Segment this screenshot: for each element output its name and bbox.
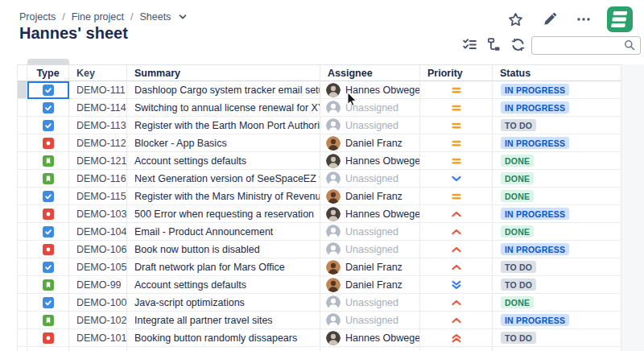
priority-cell[interactable]	[420, 188, 493, 205]
column-header-summary[interactable]: Summary	[127, 64, 320, 81]
summary-cell[interactable]: Booking button randomly dissapears	[127, 329, 320, 347]
priority-cell[interactable]	[420, 294, 493, 312]
summary-cell[interactable]: Next Generation version of SeeSpaceEZ tr…	[127, 170, 320, 188]
assignee-cell[interactable]: Unassigned	[320, 241, 420, 258]
status-cell[interactable]: DONE	[493, 223, 621, 241]
assignee-cell[interactable]: Unassigned	[320, 294, 420, 312]
type-cell[interactable]	[27, 205, 69, 223]
column-header-assignee[interactable]: Assignee	[320, 64, 420, 81]
row-gutter-cell[interactable]	[17, 152, 27, 170]
summary-cell[interactable]: Register with the Mars Ministry of Reven…	[127, 188, 320, 205]
status-cell[interactable]: TO DO	[493, 117, 621, 134]
assignee-cell[interactable]: Daniel Franz	[320, 276, 420, 294]
status-cell[interactable]: IN PROGRESS	[493, 99, 621, 117]
key-cell[interactable]: DEMO-100	[69, 294, 127, 312]
status-cell[interactable]: TO DO	[493, 276, 621, 294]
key-cell[interactable]: DEMO-113	[69, 117, 127, 134]
column-header-priority[interactable]: Priority	[420, 64, 493, 81]
status-cell[interactable]: DONE	[493, 188, 621, 205]
summary-cell[interactable]: Book now button is disabled	[127, 241, 320, 258]
priority-cell[interactable]	[420, 152, 493, 170]
key-cell[interactable]: DEMO-101	[69, 329, 127, 347]
star-icon[interactable]	[508, 12, 523, 27]
status-cell[interactable]: IN PROGRESS	[493, 312, 621, 329]
priority-cell[interactable]	[420, 99, 493, 117]
type-cell[interactable]	[27, 258, 69, 276]
row-gutter-cell[interactable]	[17, 134, 27, 152]
key-cell[interactable]: DEMO-99	[69, 276, 127, 294]
priority-cell[interactable]	[420, 117, 493, 134]
status-cell[interactable]: IN PROGRESS	[493, 205, 621, 223]
column-header-type[interactable]: Type	[27, 64, 69, 81]
assignee-cell[interactable]: Hannes Obweger	[320, 205, 420, 223]
row-gutter-cell[interactable]	[17, 276, 27, 294]
status-cell[interactable]: TO DO	[493, 329, 621, 347]
summary-cell[interactable]: Account settings defaults	[127, 152, 320, 170]
key-cell[interactable]: DEMO-121	[69, 152, 127, 170]
breadcrumb-projects[interactable]: Projects	[19, 11, 56, 23]
row-gutter-cell[interactable]	[17, 223, 27, 241]
assignee-cell[interactable]: Unassigned	[320, 223, 420, 241]
more-options-icon[interactable]	[576, 12, 591, 27]
priority-cell[interactable]	[420, 241, 493, 258]
assignee-cell[interactable]: Unassigned	[320, 312, 420, 329]
type-cell[interactable]	[27, 134, 69, 152]
key-cell[interactable]: DEMO-103	[69, 205, 127, 223]
priority-cell[interactable]	[420, 81, 493, 99]
row-gutter-cell[interactable]	[17, 188, 27, 205]
summary-cell[interactable]: Blocker - App Basics	[127, 134, 320, 152]
status-cell[interactable]: DONE	[493, 170, 621, 188]
assignee-cell[interactable]: Daniel Franz	[320, 134, 420, 152]
row-gutter-cell[interactable]	[17, 205, 27, 223]
type-cell[interactable]	[27, 241, 69, 258]
priority-cell[interactable]	[420, 276, 493, 294]
type-cell[interactable]	[27, 188, 69, 205]
priority-cell[interactable]	[420, 312, 493, 329]
summary-cell[interactable]: Draft network plan for Mars Office	[127, 258, 320, 276]
key-cell[interactable]: DEMO-112	[69, 134, 127, 152]
row-gutter-cell[interactable]	[17, 117, 27, 134]
chevron-down-icon[interactable]	[179, 14, 187, 20]
row-gutter-cell[interactable]	[17, 99, 27, 117]
row-gutter-cell[interactable]	[17, 81, 27, 99]
assignee-cell[interactable]: Unassigned	[320, 99, 420, 117]
refresh-icon[interactable]	[510, 37, 526, 52]
type-cell[interactable]	[27, 99, 69, 117]
assignee-cell[interactable]: Daniel Franz	[320, 258, 420, 276]
status-cell[interactable]: IN PROGRESS	[493, 134, 621, 152]
row-gutter-cell[interactable]	[17, 312, 27, 329]
status-cell[interactable]: TO DO	[493, 258, 621, 276]
row-gutter-cell[interactable]	[17, 241, 27, 258]
summary-cell[interactable]: Register with the Earth Moon Port Author…	[127, 117, 320, 134]
summary-cell[interactable]: Account settings defaults	[127, 276, 320, 294]
summary-cell[interactable]: Integrate all partner travel sites	[127, 312, 320, 329]
row-gutter-cell[interactable]	[17, 258, 27, 276]
priority-cell[interactable]	[420, 329, 493, 347]
type-cell[interactable]	[27, 117, 69, 134]
assignee-cell[interactable]: Daniel Franz	[320, 188, 420, 205]
type-cell[interactable]	[27, 329, 69, 347]
summary-cell[interactable]: Dashloop Cargo system tracker email setu…	[127, 81, 320, 99]
column-header-status[interactable]: Status	[493, 64, 621, 81]
priority-cell[interactable]	[420, 205, 493, 223]
priority-cell[interactable]	[420, 170, 493, 188]
type-cell[interactable]	[27, 81, 69, 99]
status-cell[interactable]: IN PROGRESS	[493, 81, 621, 99]
breadcrumb-project[interactable]: Fine project	[72, 11, 124, 23]
key-cell[interactable]: DEMO-105	[69, 258, 127, 276]
summary-cell[interactable]: Java-script optimizations	[127, 294, 320, 312]
assignee-cell[interactable]: Hannes Obweger	[320, 81, 420, 99]
status-cell[interactable]: IN PROGRESS	[493, 241, 621, 258]
column-header-key[interactable]: Key	[69, 64, 127, 81]
type-cell[interactable]	[27, 152, 69, 170]
type-cell[interactable]	[27, 170, 69, 188]
row-gutter-cell[interactable]	[17, 294, 27, 312]
key-cell[interactable]: DEMO-104	[69, 223, 127, 241]
selected-column-tab[interactable]	[27, 59, 69, 65]
key-cell[interactable]: DEMO-114	[69, 99, 127, 117]
hierarchy-icon[interactable]	[486, 37, 502, 52]
summary-cell[interactable]: 500 Error when requesting a reservation	[127, 205, 320, 223]
assignee-cell[interactable]: Hannes Obweger	[320, 329, 420, 347]
key-cell[interactable]: DEMO-115	[69, 188, 127, 205]
key-cell[interactable]: DEMO-102	[69, 312, 127, 329]
